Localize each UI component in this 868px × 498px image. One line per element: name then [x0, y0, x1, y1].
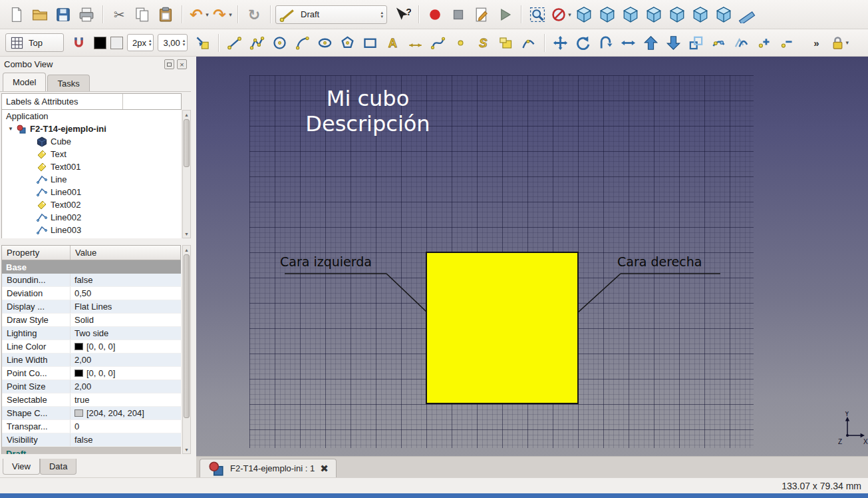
cube-top-face[interactable] — [426, 252, 579, 404]
undo-dropdown-arrow[interactable]: ▾ — [206, 11, 209, 18]
draft-facebinder-button[interactable] — [495, 32, 517, 53]
macro-play-button[interactable] — [494, 3, 516, 26]
property-group-base[interactable]: Base — [2, 260, 181, 274]
tab-close-icon[interactable]: ✖ — [320, 463, 329, 475]
line-width-spin-arrows[interactable]: ▴▾ — [149, 39, 152, 47]
scrollbar-thumb[interactable] — [184, 119, 190, 167]
draft-line-button[interactable] — [223, 32, 245, 53]
draft-shapestring-button[interactable]: S — [472, 32, 494, 53]
clipping-plane-dropdown-arrow[interactable]: ▾ — [568, 11, 571, 18]
property-row-line-width[interactable]: Line Width 2,00 — [2, 354, 181, 367]
tree-scrollbar[interactable]: ▲ ▼ — [182, 110, 191, 238]
tree-item-line[interactable]: Line — [2, 173, 181, 186]
view-top-button[interactable] — [619, 3, 642, 26]
property-row-transparency[interactable]: Transpar... 0 — [2, 420, 181, 433]
tree-item-line001[interactable]: Line001 — [2, 186, 181, 198]
property-row-visibility[interactable]: Visibility false — [2, 433, 181, 447]
view-bottom-button[interactable] — [689, 3, 712, 26]
draft-dimension-button[interactable] — [404, 32, 426, 53]
tree-item-text002[interactable]: Text002 — [2, 198, 181, 211]
draft-scale-button[interactable] — [685, 32, 707, 53]
draft-downgrade-button[interactable] — [662, 32, 684, 53]
document-tab[interactable]: F2-T14-ejemplo-ini : 1 ✖ — [200, 459, 337, 477]
toolbar-overflow-button[interactable]: » — [805, 32, 827, 53]
property-row-lighting[interactable]: Lighting Two side — [2, 327, 181, 340]
tab-data[interactable]: Data — [40, 459, 76, 475]
view-left-button[interactable] — [712, 3, 735, 26]
draft-polygon-button[interactable] — [337, 32, 359, 53]
print-button[interactable] — [75, 3, 98, 26]
workbench-spinner[interactable]: ▴▾ — [380, 11, 383, 19]
draft-bspline-button[interactable] — [427, 32, 449, 53]
draft-edit-button[interactable] — [708, 32, 730, 53]
scrollbar-thumb[interactable] — [184, 254, 190, 418]
apply-style-button[interactable] — [192, 32, 214, 53]
view-axonometric-button[interactable] — [573, 3, 595, 26]
annotation-left-face[interactable]: Cara izquierda — [280, 254, 372, 269]
whats-this-button[interactable]: ? — [391, 3, 414, 26]
draft-point-button[interactable] — [450, 32, 472, 53]
tree-item-line003[interactable]: Line003 — [2, 224, 181, 236]
view-rear-button[interactable] — [666, 3, 688, 26]
draft-delete-point-button[interactable] — [776, 32, 797, 53]
new-file-button[interactable] — [5, 3, 28, 26]
redo-button[interactable]: ↷▾ — [210, 3, 233, 26]
property-row-deviation[interactable]: Deviation 0,50 — [2, 287, 181, 300]
view-front-button[interactable] — [596, 3, 619, 26]
draft-arc-button[interactable] — [291, 32, 313, 53]
draft-rotate-button[interactable] — [572, 32, 594, 53]
snap-toggle-button[interactable] — [68, 32, 90, 53]
undo-button[interactable]: ↶▾ — [187, 3, 210, 26]
measure-distance-button[interactable] — [736, 3, 758, 26]
copy-button[interactable] — [131, 3, 154, 26]
tree-item-line002[interactable]: Line002 — [2, 211, 181, 224]
property-row-bounding-box[interactable]: Boundin... false — [2, 274, 181, 287]
refresh-button[interactable]: ↻ — [243, 3, 265, 26]
scroll-up-arrow[interactable]: ▲ — [183, 246, 190, 254]
text-size-spin-arrows[interactable]: ▴▾ — [183, 39, 186, 47]
tree-item-cube[interactable]: Cube — [2, 135, 181, 148]
scroll-down-arrow[interactable]: ▼ — [183, 230, 190, 238]
text-size-spinner[interactable]: 3,00 ▴▾ — [158, 34, 188, 51]
draft-circle-button[interactable] — [269, 32, 291, 53]
draft-wire-button[interactable] — [246, 32, 268, 53]
tree-root-application[interactable]: Application — [2, 110, 181, 123]
expander-icon[interactable]: ▼ — [8, 126, 16, 132]
tab-model[interactable]: Model — [3, 73, 46, 91]
property-row-point-size[interactable]: Point Size 2,00 — [2, 380, 181, 393]
draft-rectangle-button[interactable] — [359, 32, 381, 53]
property-row-draw-style[interactable]: Draw Style Solid — [2, 314, 181, 327]
property-scrollbar[interactable]: ▲ ▼ — [182, 245, 191, 454]
snap-lock-dropdown-arrow[interactable]: ▾ — [846, 39, 849, 46]
redo-dropdown-arrow[interactable]: ▾ — [229, 11, 232, 18]
clipping-plane-button[interactable]: ▾ — [549, 3, 572, 26]
draft-wire-to-bspline-button[interactable] — [730, 32, 752, 53]
tree-item-text001[interactable]: Text001 — [2, 160, 181, 173]
tab-tasks[interactable]: Tasks — [47, 75, 89, 91]
tab-view[interactable]: View — [3, 459, 40, 475]
panel-close-button[interactable]: × — [177, 59, 187, 69]
property-row-selectable[interactable]: Selectable true — [2, 393, 181, 407]
draft-bezier-button[interactable] — [517, 32, 539, 53]
working-plane-selector[interactable]: Top — [5, 33, 64, 52]
face-color-swatch[interactable] — [110, 37, 123, 49]
scroll-up-arrow[interactable]: ▲ — [183, 111, 190, 119]
cut-button[interactable]: ✂ — [108, 3, 130, 26]
draft-text-button[interactable]: A — [382, 32, 404, 53]
draft-offset-button[interactable] — [595, 32, 617, 53]
property-group-draft[interactable]: Draft — [2, 447, 181, 454]
view-right-button[interactable] — [643, 3, 665, 26]
property-row-shape-color[interactable]: Shape C... [204, 204, 204] — [2, 407, 181, 420]
paste-button[interactable] — [154, 3, 177, 26]
draft-upgrade-button[interactable] — [640, 32, 662, 53]
macro-stop-button[interactable] — [447, 3, 470, 26]
property-row-line-color[interactable]: Line Color [0, 0, 0] — [2, 340, 181, 354]
macro-edit-button[interactable] — [470, 3, 493, 26]
draft-move-button[interactable] — [549, 32, 571, 53]
panel-float-button[interactable] — [164, 59, 174, 69]
line-color-swatch[interactable] — [94, 37, 106, 49]
save-file-button[interactable] — [52, 3, 74, 26]
open-file-button[interactable] — [29, 3, 51, 26]
line-width-spinner[interactable]: 2px ▴▾ — [127, 34, 154, 51]
property-row-point-color[interactable]: Point Co... [0, 0, 0] — [2, 367, 181, 380]
